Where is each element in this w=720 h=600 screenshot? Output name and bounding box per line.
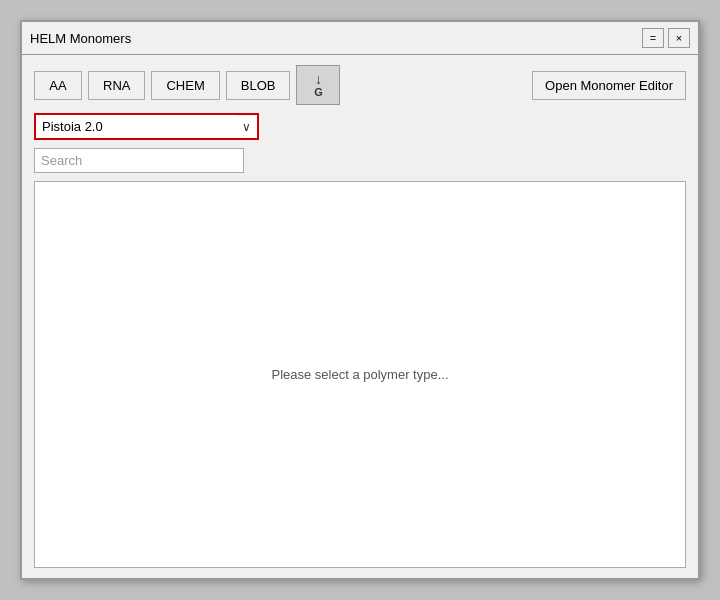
title-bar: HELM Monomers = × <box>22 22 698 55</box>
source-select[interactable]: Pistoia 2.0 Local Remote <box>36 115 236 138</box>
chevron-down-icon: ∨ <box>236 116 257 138</box>
polymer-type-buttons: AA RNA CHEM BLOB ↓ G <box>34 65 340 105</box>
empty-message: Please select a polymer type... <box>271 367 448 382</box>
open-monomer-editor-button[interactable]: Open Monomer Editor <box>532 71 686 100</box>
minimize-button[interactable]: = <box>642 28 664 48</box>
search-row <box>34 148 686 173</box>
arrow-down-icon: ↓ <box>315 72 322 86</box>
type-button-chem[interactable]: CHEM <box>151 71 219 100</box>
main-content: AA RNA CHEM BLOB ↓ G Open Monomer Editor… <box>22 55 698 578</box>
close-button[interactable]: × <box>668 28 690 48</box>
type-button-aa[interactable]: AA <box>34 71 82 100</box>
monomer-list: Please select a polymer type... <box>34 181 686 568</box>
window-title: HELM Monomers <box>30 31 131 46</box>
helm-monomers-window: HELM Monomers = × AA RNA CHEM BLOB ↓ G O… <box>20 20 700 580</box>
search-input[interactable] <box>34 148 244 173</box>
title-bar-controls: = × <box>642 28 690 48</box>
graph-button[interactable]: ↓ G <box>296 65 340 105</box>
graph-label: G <box>314 86 323 98</box>
toolbar: AA RNA CHEM BLOB ↓ G Open Monomer Editor <box>34 65 686 105</box>
source-select-wrapper: Pistoia 2.0 Local Remote ∨ <box>34 113 259 140</box>
source-select-row: Pistoia 2.0 Local Remote ∨ <box>34 113 686 140</box>
type-button-rna[interactable]: RNA <box>88 71 145 100</box>
type-button-blob[interactable]: BLOB <box>226 71 291 100</box>
